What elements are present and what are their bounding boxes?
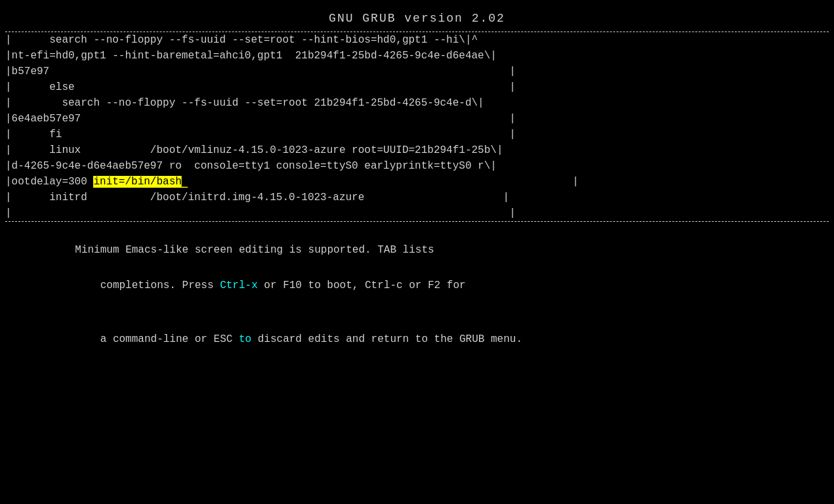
footer-line3-suffix: discard edits and return to the GRUB men… (251, 333, 522, 345)
esc-to-highlight: to (239, 333, 251, 345)
editor-line-9: |d-4265-9c4e-d6e4aeb57e97 ro console=tty… (5, 158, 829, 174)
line10-cursor: █ (182, 176, 188, 188)
editor-line-4: | else | (5, 79, 829, 95)
footer-line3-prefix: a command-line or ESC (81, 333, 239, 345)
line10-suffix: | (188, 176, 578, 188)
editor-line-10: |ootdelay=300 init=/bin/bash█ | (5, 174, 829, 190)
init-bash-highlight: init=/bin/bash (93, 176, 181, 188)
editor-line-1: | search --no-floppy --fs-uuid --set=roo… (5, 32, 829, 48)
editor-line-2: |nt-efi=hd0,gpt1 --hint-baremetal=ahci0,… (5, 48, 829, 64)
title: GNU GRUB version 2.02 (329, 12, 505, 25)
editor-line-12: | | (5, 205, 829, 221)
footer: Minimum Emacs-like screen editing is sup… (56, 242, 778, 366)
footer-line-1: Minimum Emacs-like screen editing is sup… (56, 242, 778, 259)
editor-line-3: |b57e97 | (5, 64, 829, 79)
editor-box: | search --no-floppy --fs-uuid --set=roo… (5, 32, 829, 222)
footer-line-3: a command-line or ESC to discard edits a… (56, 313, 778, 367)
ctrl-x-highlight: Ctrl-x (220, 280, 258, 291)
footer-line-2: completions. Press Ctrl-x or F10 to boot… (56, 259, 778, 313)
editor-line-7: | fi | (5, 127, 829, 142)
footer-line2-suffix: or F10 to boot, Ctrl-c or F2 for (258, 280, 466, 291)
line10-prefix: |ootdelay=300 (5, 176, 93, 188)
editor-line-11: | initrd /boot/initrd.img-4.15.0-1023-az… (5, 190, 829, 205)
editor-line-8: | linux /boot/vmlinuz-4.15.0-1023-azure … (5, 142, 829, 158)
editor-line-5: | search --no-floppy --fs-uuid --set=roo… (5, 95, 829, 111)
editor-line-6: |6e4aeb57e97 | (5, 111, 829, 127)
footer-line2-prefix: completions. Press (81, 280, 220, 291)
